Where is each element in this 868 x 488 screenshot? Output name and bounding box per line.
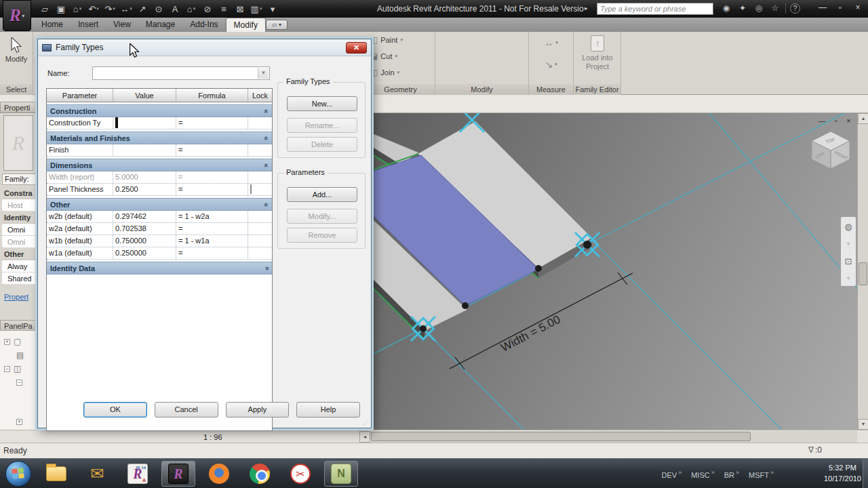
group-row-other[interactable]: Other « — [47, 198, 272, 211]
communication-center-icon[interactable]: ◎ — [753, 2, 765, 14]
vertical-scrollbar[interactable]: ▲ ▼ — [857, 113, 868, 430]
type-name-combobox[interactable]: ▼ — [92, 66, 270, 80]
tray-toolbar-msft[interactable]: MSFT» — [749, 469, 774, 479]
search-input[interactable] — [597, 3, 713, 15]
dialog-title-bar[interactable]: Family Types — [38, 39, 371, 56]
collapse-chevron-icon[interactable]: « — [262, 136, 271, 140]
tree-node-sheets[interactable]: ▤ — [4, 348, 24, 362]
chevron-down-icon[interactable]: ▿ — [847, 275, 850, 281]
delete-button[interactable]: Delete — [287, 137, 357, 152]
viewcube[interactable]: TOP FRONT LEFT — [806, 128, 855, 177]
modify-button[interactable]: Modify... — [287, 209, 357, 224]
chevron-icon[interactable]: » — [711, 469, 715, 476]
param-row[interactable]: Panel Thickness 0.2500 = — [47, 184, 272, 196]
chevron-icon[interactable]: » — [678, 469, 682, 476]
tree-node-views[interactable]: +▢ — [4, 335, 24, 348]
tray-toolbar-misc[interactable]: MISC» — [691, 469, 715, 479]
tray-toolbar-br[interactable]: BR» — [724, 469, 739, 479]
view-window-controls[interactable]: — ▫ × — [818, 117, 854, 125]
chevron-icon[interactable]: » — [770, 469, 774, 476]
ribbon-state-toggle[interactable]: ▭ ▾ — [266, 20, 288, 30]
chevron-down-icon[interactable]: ▼ — [258, 68, 269, 79]
dimension-label[interactable]: Width = 5.00 — [499, 313, 563, 354]
collapse-chevron-icon[interactable]: « — [262, 202, 271, 206]
tab-view[interactable]: View — [106, 18, 138, 32]
tab-home[interactable]: Home — [34, 18, 71, 32]
dialog-close-button[interactable]: ✕ — [346, 42, 367, 54]
expand-icon[interactable]: + — [16, 419, 22, 425]
param-row[interactable]: w1b (default) 0.750000 = 1 - w1a — [47, 235, 272, 247]
tag-icon[interactable]: ⊙ — [152, 2, 165, 16]
switch-windows-icon[interactable]: ▥ — [250, 2, 263, 16]
col-parameter[interactable]: Parameter — [47, 89, 113, 102]
chevron-down-icon[interactable]: ▿ — [847, 241, 850, 247]
selection-filter[interactable]: ∇ :0 — [808, 445, 822, 455]
group-row-construction[interactable]: Construction « — [47, 104, 272, 117]
help-icon[interactable]: ? — [790, 3, 800, 14]
paint-button[interactable]: ◧ Paint ▾ — [366, 32, 435, 48]
scroll-up-arrow[interactable]: ▲ — [858, 113, 868, 124]
collapse-icon[interactable]: − — [16, 380, 22, 386]
rename-button[interactable]: Rename... — [287, 118, 357, 133]
horizontal-scrollbar[interactable]: ◂ — [359, 431, 857, 443]
modify-panel-label[interactable]: Modify — [435, 84, 528, 95]
geometry-panel-label[interactable]: Geometry — [366, 84, 435, 95]
application-menu-button[interactable]: R▾ — [3, 0, 31, 31]
param-row[interactable]: Construction Ty = — [47, 117, 272, 129]
help-button[interactable]: Help — [296, 402, 360, 418]
taskbar-outlook[interactable]: ✉ — [80, 461, 114, 487]
measure-between-icon[interactable]: ↔ ▾ — [529, 32, 573, 54]
tab-modify[interactable]: Modify — [226, 18, 266, 32]
param-row[interactable]: w2a (default) 0.702538 = — [47, 223, 272, 235]
minimize-button[interactable]: — — [816, 3, 829, 12]
collapse-chevron-icon[interactable]: « — [262, 108, 271, 113]
col-formula[interactable]: Formula — [176, 89, 248, 102]
cut-button[interactable]: ◪ Cut ▾ — [366, 48, 435, 64]
sync-with-central-icon[interactable]: ⌂ — [71, 2, 84, 16]
taskbar-explorer[interactable] — [39, 461, 73, 487]
collapse-chevron-icon[interactable]: « — [262, 163, 271, 167]
aligned-dimension-icon[interactable]: ↔ — [119, 2, 133, 16]
join-button[interactable]: ◫ Join ▾ — [366, 64, 435, 81]
favorites-star-icon[interactable]: ☆ — [769, 2, 781, 14]
taskbar-revit-2010[interactable]: R20 10A — [121, 461, 155, 487]
add-button[interactable]: Add... — [287, 187, 357, 202]
title-overflow-arrow[interactable]: ▸ — [585, 5, 588, 12]
properties-help-link[interactable]: Propert — [4, 293, 28, 301]
close-hidden-windows-icon[interactable]: ⊠ — [233, 2, 247, 16]
subscription-key-icon[interactable]: ✦ — [736, 2, 749, 14]
text-icon[interactable]: A — [168, 2, 182, 16]
group-row-identity-data[interactable]: Identity Data « — [47, 262, 272, 274]
group-row-materials[interactable]: Materials and Finishes « — [47, 131, 272, 144]
chevron-icon[interactable]: » — [736, 469, 739, 476]
search-icon[interactable]: ◉ — [720, 2, 732, 14]
taskbar-firefox[interactable] — [202, 461, 236, 487]
resize-grip[interactable]: ⋰ — [363, 419, 369, 426]
save-icon[interactable]: ▣ — [54, 2, 68, 16]
section-icon[interactable]: ⊘ — [201, 2, 214, 16]
remove-button[interactable]: Remove — [287, 228, 357, 243]
tab-addins[interactable]: Add-Ins — [182, 18, 225, 32]
tree-node-families[interactable]: −◫ — [4, 362, 24, 375]
scrollbar-thumb[interactable] — [371, 432, 751, 441]
scrollbar-thumb[interactable] — [859, 262, 867, 285]
param-row[interactable]: w2b (default) 0.297462 = 1 - w2a — [47, 211, 272, 223]
redo-icon[interactable]: ↷ — [103, 2, 117, 16]
expand-icon[interactable]: + — [4, 339, 10, 345]
scroll-left-arrow[interactable]: ◂ — [359, 431, 370, 443]
collapse-icon[interactable]: − — [4, 366, 10, 372]
col-value[interactable]: Value — [113, 89, 176, 102]
tree-node-type[interactable]: + — [4, 415, 24, 428]
restore-button[interactable]: ▫ — [834, 3, 846, 12]
close-button[interactable]: × — [852, 3, 864, 12]
apply-button[interactable]: Apply — [226, 402, 290, 418]
select-panel-label[interactable]: Select — [0, 84, 33, 95]
measure-panel-label[interactable]: Measure — [529, 84, 573, 95]
view-scale[interactable]: 1 : 96 — [203, 433, 222, 441]
param-row[interactable]: w1a (default) 0.250000 = — [47, 247, 272, 260]
measure-along-icon[interactable]: ↘ ▾ — [529, 54, 573, 75]
tray-toolbar-dev[interactable]: DEV» — [662, 469, 682, 479]
taskbar-onenote[interactable]: N — [324, 461, 358, 487]
tab-manage[interactable]: Manage — [138, 18, 182, 32]
undo-icon[interactable]: ↶ — [87, 2, 100, 16]
